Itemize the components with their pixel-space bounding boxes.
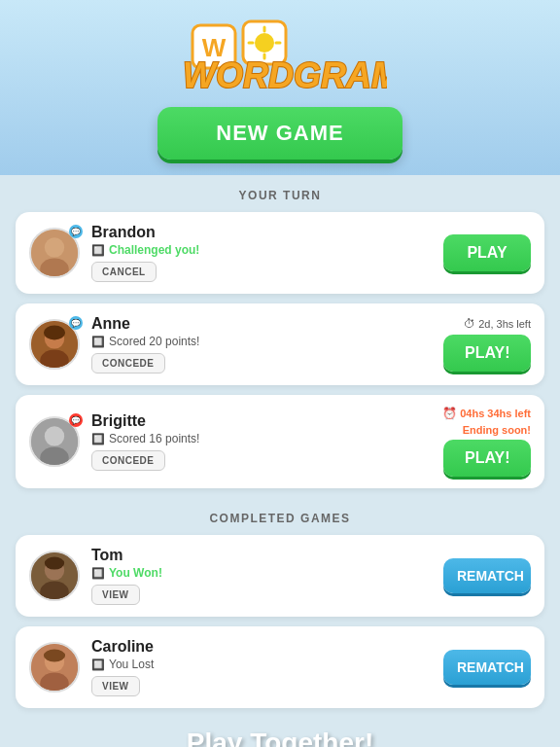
card-right-brandon: PLAY (443, 234, 531, 271)
status-icon-anne: 🔲 (91, 336, 105, 348)
svg-point-22 (47, 428, 63, 445)
card-status-brandon: 🔲 Challenged you! (91, 243, 443, 257)
card-status-tom: 🔲 You Won! (91, 566, 443, 580)
view-button-caroline[interactable]: VIEW (91, 676, 140, 696)
card-status-caroline: 🔲 You Lost (91, 658, 443, 671)
play-button-brandon[interactable]: PLAY (443, 234, 531, 271)
main-content: YOUR TURN 💬 Brandon 🔲 Challenged you! CA… (0, 175, 560, 747)
status-text-anne: Scored 20 points! (109, 335, 199, 348)
avatar-caroline (29, 642, 80, 693)
concede-button-brigitte[interactable]: CONCEDE (91, 450, 165, 471)
rematch-button-tom[interactable]: REMATCH (443, 558, 531, 593)
timer-icon-brigitte: ⏰ (442, 407, 457, 420)
view-button-tom[interactable]: VIEW (91, 585, 140, 605)
svg-point-18 (44, 326, 65, 340)
svg-text:WORDGRAMS: WORDGRAMS (183, 55, 387, 95)
status-text-tom: You Won! (109, 566, 162, 580)
svg-point-32 (44, 650, 65, 662)
timer-text-brigitte: 04hs 34hs left (460, 408, 531, 419)
card-status-brigitte: 🔲 Scored 16 points! (91, 432, 442, 445)
chat-notification-anne: 💬 (69, 316, 83, 330)
status-text-brandon: Challenged you! (109, 243, 199, 257)
svg-point-27 (45, 557, 64, 570)
svg-point-13 (47, 239, 63, 256)
logo-container: W WORDGRAMS (173, 18, 387, 95)
status-icon-brigitte: 🔲 (91, 433, 105, 445)
avatar-wrapper-brigitte: 💬 (29, 416, 80, 467)
avatar-tom (29, 551, 80, 601)
cancel-button-brandon[interactable]: CANCEL (91, 262, 157, 282)
logo: W WORDGRAMS (173, 18, 387, 95)
card-right-brigitte: ⏰ 04hs 34hs left Ending soon! PLAY! (442, 407, 531, 477)
new-game-button[interactable]: NEW GAME (158, 107, 402, 160)
chat-notification-brigitte: 💬 (69, 413, 83, 427)
status-icon-caroline: 🔲 (91, 658, 105, 671)
completed-header: COMPLETED GAMES (16, 498, 544, 535)
card-right-tom: REMATCH (443, 558, 531, 593)
top-section: W WORDGRAMS NEW GAME (0, 0, 560, 175)
timer-text-anne: 2d, 3hs left (478, 318, 531, 330)
ending-soon-brigitte: Ending soon! (463, 424, 531, 436)
card-info-brigitte: Brigitte 🔲 Scored 16 points! CONCEDE (91, 412, 442, 471)
card-status-anne: 🔲 Scored 20 points! (91, 335, 443, 348)
play-button-brigitte[interactable]: PLAY! (443, 440, 531, 477)
game-card-brigitte: 💬 Brigitte 🔲 Scored 16 points! CONCEDE ⏰… (16, 395, 544, 488)
status-icon-brandon: 🔲 (91, 244, 105, 257)
timer-brigitte: ⏰ 04hs 34hs left (442, 407, 531, 420)
card-info-brandon: Brandon 🔲 Challenged you! CANCEL (91, 224, 443, 282)
svg-point-4 (255, 33, 274, 53)
game-card-anne: 💬 Anne 🔲 Scored 20 points! CONCEDE ⏱ 2d,… (16, 303, 544, 385)
logo-svg: W WORDGRAMS (173, 18, 387, 95)
game-card-caroline: Caroline 🔲 You Lost VIEW REMATCH (16, 626, 544, 708)
status-icon-tom: 🔲 (91, 567, 105, 580)
avatar-wrapper-anne: 💬 (29, 319, 80, 370)
status-text-caroline: You Lost (109, 658, 154, 671)
player-name-brandon: Brandon (91, 224, 443, 241)
your-turn-header: YOUR TURN (16, 175, 544, 212)
card-info-caroline: Caroline 🔲 You Lost VIEW (91, 638, 443, 696)
card-info-tom: Tom 🔲 You Won! VIEW (91, 547, 443, 605)
status-text-brigitte: Scored 16 points! (109, 432, 199, 445)
footer-text: Play Together! (16, 718, 544, 747)
chat-notification-brandon: 💬 (69, 225, 83, 238)
play-button-anne[interactable]: PLAY! (443, 335, 531, 372)
game-card-tom: Tom 🔲 You Won! VIEW REMATCH (16, 535, 544, 617)
player-name-tom: Tom (91, 547, 443, 564)
player-name-brigitte: Brigitte (91, 412, 442, 430)
avatar-wrapper-caroline (29, 642, 80, 693)
rematch-button-caroline[interactable]: REMATCH (443, 650, 531, 685)
avatar-wrapper-tom (29, 551, 80, 601)
timer-anne: ⏱ 2d, 3hs left (464, 317, 531, 331)
concede-button-anne[interactable]: CONCEDE (91, 353, 165, 374)
card-right-anne: ⏱ 2d, 3hs left PLAY! (443, 317, 531, 372)
player-name-anne: Anne (91, 315, 443, 333)
player-name-caroline: Caroline (91, 638, 443, 656)
card-info-anne: Anne 🔲 Scored 20 points! CONCEDE (91, 315, 443, 374)
game-card-brandon: 💬 Brandon 🔲 Challenged you! CANCEL PLAY (16, 212, 544, 294)
card-right-caroline: REMATCH (443, 650, 531, 685)
timer-icon-anne: ⏱ (464, 317, 475, 331)
avatar-wrapper-brandon: 💬 (29, 228, 80, 278)
